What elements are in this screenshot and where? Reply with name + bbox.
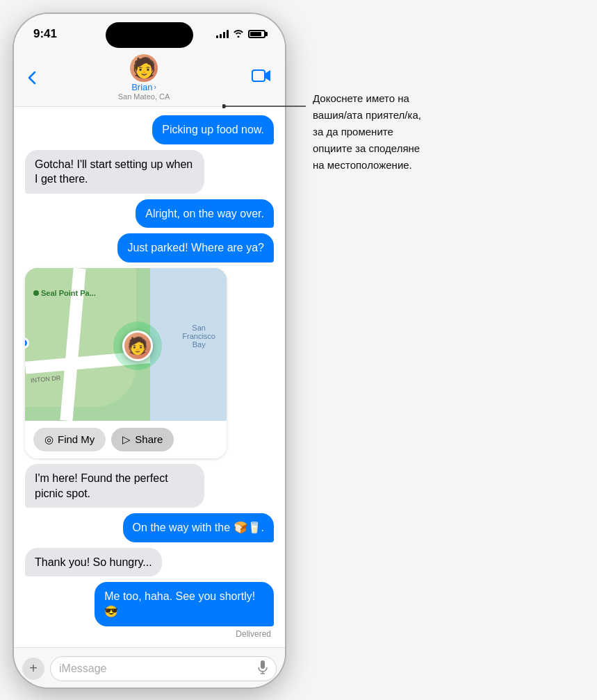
input-bar: + iMessage bbox=[14, 647, 285, 688]
annotation-text: Докоснете името навашия/ата приятел/ка,з… bbox=[313, 90, 521, 174]
contact-name: Brian › bbox=[131, 82, 156, 92]
svg-rect-1 bbox=[261, 660, 265, 669]
svg-rect-0 bbox=[252, 70, 265, 81]
add-attachment-button[interactable]: + bbox=[22, 658, 44, 680]
table-row: Alright, on the way over. bbox=[25, 199, 274, 228]
message-bubble-6[interactable]: I'm here! Found the perfect picnic spot. bbox=[25, 464, 204, 508]
table-row: Just parked! Where are ya? bbox=[25, 233, 274, 262]
message-bubble-9[interactable]: Me too, haha. See you shortly! 😎 bbox=[95, 582, 274, 626]
annotation: Докоснете името навашия/ата приятел/ка,з… bbox=[313, 90, 521, 174]
table-row: Picking up food now. bbox=[25, 115, 274, 144]
chevron-icon: › bbox=[154, 83, 156, 91]
contact-location: San Mateo, CA bbox=[118, 92, 170, 101]
dynamic-island bbox=[106, 22, 193, 48]
table-row: Me too, haha. See you shortly! 😎 bbox=[25, 582, 274, 626]
table-row: I'm here! Found the perfect picnic spot. bbox=[25, 464, 274, 508]
share-icon: ▷ bbox=[122, 433, 131, 446]
bay-label: SanFranciscoBay bbox=[182, 324, 215, 349]
avatar: 🧑 bbox=[130, 54, 158, 82]
svg-point-5 bbox=[222, 104, 226, 108]
message-bubble-8[interactable]: Thank you! So hungry... bbox=[25, 548, 162, 577]
message-bubble-4[interactable]: Just parked! Where are ya? bbox=[117, 233, 274, 262]
battery-icon bbox=[248, 30, 265, 38]
map-bubble[interactable]: Seal Point Pa... SanFranciscoBay INTON D… bbox=[25, 268, 227, 458]
video-button[interactable] bbox=[252, 69, 271, 87]
table-row[interactable]: Seal Point Pa... SanFranciscoBay INTON D… bbox=[25, 268, 274, 458]
message-bubble-3[interactable]: Alright, on the way over. bbox=[136, 199, 274, 228]
table-row: Gotcha! I'll start setting up when I get… bbox=[25, 150, 274, 194]
table-row: Thank you! So hungry... bbox=[25, 548, 274, 577]
delivered-status: Delivered bbox=[25, 629, 274, 639]
status-time: 9:41 bbox=[33, 27, 57, 41]
back-button[interactable] bbox=[28, 71, 36, 85]
input-placeholder: iMessage bbox=[59, 662, 106, 675]
annotation-arrow bbox=[222, 96, 313, 117]
contact-header[interactable]: 🧑 Brian › San Mateo, CA bbox=[118, 54, 170, 101]
status-icons bbox=[216, 29, 265, 40]
table-row: On the way with the 🍞🥛. bbox=[25, 513, 274, 542]
find-my-icon: ◎ bbox=[44, 433, 54, 446]
map-buttons: ◎ Find My ▷ Share bbox=[25, 421, 227, 458]
message-bubble-1[interactable]: Picking up food now. bbox=[152, 115, 274, 144]
signal-icon bbox=[216, 30, 229, 38]
find-my-button[interactable]: ◎ Find My bbox=[33, 428, 106, 451]
park-label: Seal Point Pa... bbox=[33, 289, 96, 297]
wifi-icon bbox=[233, 29, 244, 40]
share-location-button[interactable]: ▷ Share bbox=[111, 428, 174, 451]
location-pin: 🧑 bbox=[122, 331, 153, 361]
map-view: Seal Point Pa... SanFranciscoBay INTON D… bbox=[25, 268, 227, 421]
message-bubble-7[interactable]: On the way with the 🍞🥛. bbox=[123, 513, 274, 542]
microphone-icon[interactable] bbox=[258, 660, 268, 677]
messages-area: Picking up food now. Gotcha! I'll start … bbox=[14, 107, 285, 647]
message-input[interactable]: iMessage bbox=[50, 656, 277, 681]
message-bubble-2[interactable]: Gotcha! I'll start setting up when I get… bbox=[25, 150, 204, 194]
